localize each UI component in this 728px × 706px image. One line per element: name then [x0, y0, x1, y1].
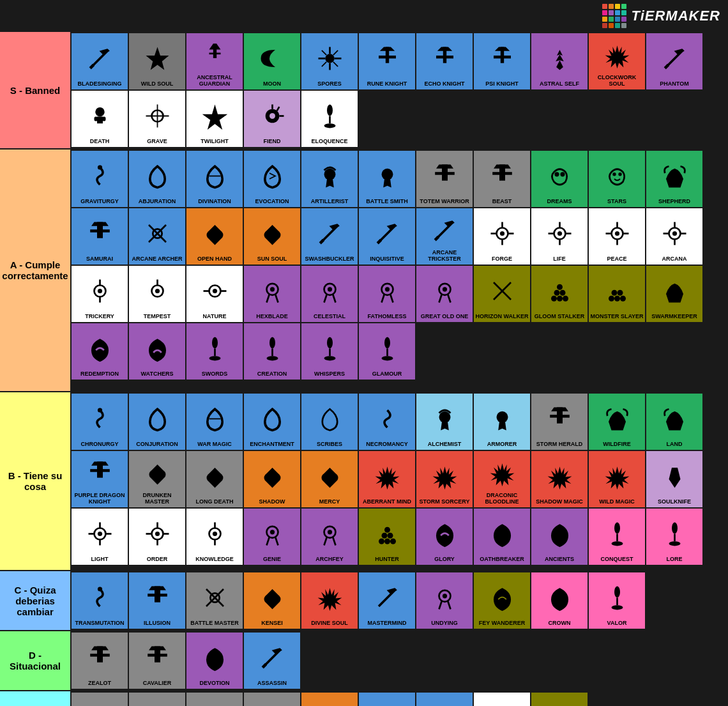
svg-marker-153: [551, 407, 568, 411]
item-swarmkeeper: SWARMKEEPER: [646, 266, 702, 322]
totem-warrior-label: TOTEM WARRIOR: [420, 199, 469, 205]
item-battlerager: BATTLERAGER: [72, 693, 128, 706]
svg-rect-21: [436, 56, 453, 59]
wild-soul-label: WILD SOUL: [141, 81, 174, 88]
draconic-bloodline-label: DRACONIC BLOODLINE: [475, 493, 529, 505]
mercy-label: MERCY: [319, 499, 340, 505]
item-beast: BEAST: [474, 151, 530, 207]
beast-label: BEAST: [492, 199, 512, 205]
astral-self-label: ASTRAL SELF: [540, 81, 579, 88]
artillerist-icon: [315, 153, 344, 199]
graviturgy-label: GRAVITURGY: [80, 199, 118, 205]
illusion-label: ILLUSION: [144, 620, 171, 627]
swords-label: SWORDS: [202, 371, 228, 378]
svg-point-186: [387, 532, 393, 538]
svg-line-71: [435, 236, 438, 240]
svg-rect-154: [550, 415, 570, 418]
item-battle-master: BATTLE MASTER: [186, 572, 243, 629]
peace-icon: [603, 210, 632, 256]
item-aberrant-mind: ABERRANT MIND: [359, 451, 415, 507]
arcane-trickster-icon: [430, 210, 459, 250]
item-mastermind: MASTERMIND: [359, 572, 415, 629]
order-label: ORDER: [147, 556, 168, 563]
conjuration-icon: [143, 395, 172, 441]
soulknife-icon: [660, 453, 689, 499]
svg-point-91: [672, 231, 676, 235]
chronurgy-icon: [86, 395, 114, 441]
land-icon: [660, 395, 689, 441]
svg-marker-196: [149, 586, 166, 590]
svg-line-27: [665, 65, 668, 68]
tier-c-items: TRANSMUTATION ILLUSION BATTLE MASTER KEN…: [70, 571, 728, 630]
enchantment-icon: [258, 395, 287, 441]
gloom-stalker-label: GLOOM STALKER: [535, 314, 584, 320]
fathomless-icon: [373, 268, 402, 314]
illusion-icon: [143, 574, 172, 620]
lore-label: LORE: [666, 556, 682, 563]
purple-dragon-knight-icon: [86, 453, 114, 493]
svg-rect-212: [90, 654, 110, 656]
item-psi-knight: PSI KNIGHT: [474, 33, 530, 89]
svg-line-15: [321, 61, 326, 66]
crown-label: CROWN: [549, 620, 571, 627]
svg-line-118: [390, 294, 393, 303]
great-old-one-icon: [430, 268, 459, 314]
alchemist-label: ALCHEMIST: [428, 441, 462, 448]
item-devotion: DEVOTION: [186, 633, 243, 689]
archfey-icon: [315, 510, 344, 556]
item-thief: THIEF: [416, 693, 473, 706]
svg-point-43: [97, 165, 102, 169]
redemption-label: REDEMPTION: [80, 371, 119, 378]
svg-point-147: [381, 356, 393, 360]
genie-icon: [258, 510, 287, 556]
knowledge-label: KNOWLEDGE: [195, 556, 234, 563]
lore-icon: [660, 510, 689, 556]
echo-knight-icon: [430, 35, 459, 81]
svg-point-133: [620, 295, 626, 301]
svg-point-45: [324, 168, 335, 180]
tiermaker-container: TiERMAKER S - Banned BLADESINGING WILD S…: [0, 0, 728, 706]
item-celestial: CELESTIAL: [301, 266, 358, 322]
gloom-stalker-icon: [545, 268, 574, 314]
item-grave: GRAVE: [129, 91, 185, 147]
scout-icon: [373, 694, 402, 706]
artillerist-label: ARTILLERIST: [311, 199, 349, 205]
land-label: LAND: [667, 441, 683, 448]
item-open-hand: OPEN HAND: [186, 208, 243, 265]
graviturgy-icon: [86, 153, 114, 199]
svg-marker-20: [437, 47, 451, 50]
hunter-label: HUNTER: [375, 556, 399, 563]
svg-rect-49: [435, 172, 455, 175]
svg-line-65: [320, 240, 323, 243]
item-four-elements: FOUR ELEMENTS: [301, 693, 358, 706]
stars-icon: [603, 153, 632, 199]
svg-point-73: [499, 231, 504, 235]
storm-herald-label: STORM HERALD: [536, 441, 582, 448]
fiend-icon: [258, 93, 287, 139]
item-wild-soul: WILD SOUL: [129, 33, 185, 89]
item-evocation: EVOCATION: [244, 151, 300, 207]
spores-label: SPORES: [317, 81, 342, 88]
totem-warrior-icon: [430, 153, 459, 199]
battle-smith-label: BATTLE SMITH: [366, 199, 407, 205]
fathomless-label: FATHOMLESS: [368, 314, 407, 320]
eloquence-icon: [315, 93, 344, 139]
svg-point-125: [551, 295, 557, 301]
shepherd-icon: [660, 153, 689, 199]
scribes-icon: [315, 395, 344, 441]
assassin-label: ASSASSIN: [257, 680, 287, 687]
svg-line-68: [377, 240, 381, 243]
svg-marker-5: [209, 43, 220, 49]
item-shepherd: SHEPHERD: [646, 151, 702, 207]
svg-rect-157: [90, 469, 110, 472]
psi-knight-label: PSI KNIGHT: [485, 81, 519, 88]
great-old-one-label: GREAT OLD ONE: [421, 314, 468, 320]
item-swashbuckler: SWASHBUCKLER: [301, 208, 358, 265]
svg-point-159: [97, 531, 102, 535]
twilight-label: TWILIGHT: [201, 139, 229, 145]
item-archfey: ARCHFEY: [301, 509, 358, 565]
long-death-label: LONG DEATH: [196, 499, 234, 505]
valor-icon: [603, 574, 632, 620]
item-eloquence: ELOQUENCE: [301, 91, 358, 147]
svg-rect-30: [94, 116, 97, 121]
